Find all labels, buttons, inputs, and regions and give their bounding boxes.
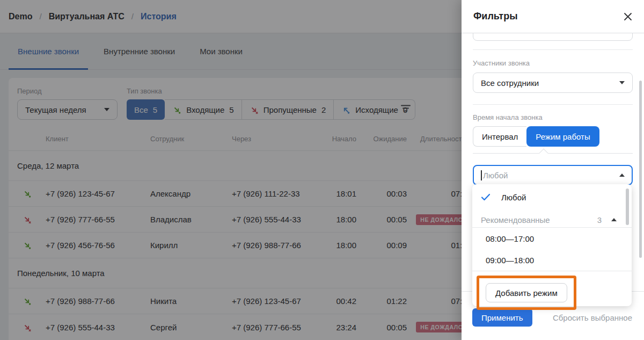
annotation-highlight-box: Добавить режим — [477, 276, 576, 310]
add-mode-button[interactable]: Добавить режим — [486, 283, 567, 302]
option-label: Любой — [501, 193, 526, 202]
work-mode-combobox[interactable]: Любой — [473, 165, 633, 185]
group-count: 3 — [597, 215, 602, 225]
dropdown-option-8-17[interactable]: 08:00—17:00 — [472, 228, 632, 249]
panel-title: Фильтры — [473, 11, 518, 22]
chevron-up-icon — [611, 218, 617, 221]
clipped-input[interactable] — [473, 33, 633, 41]
notch-pointer — [539, 149, 548, 158]
group-label: Рекомендованные — [481, 215, 550, 225]
participants-label: Участники звонка — [473, 59, 633, 67]
dropdown-group-recommended[interactable]: Рекомендованные 3 — [472, 212, 632, 227]
divider — [473, 104, 633, 105]
dropdown-scrollbar-thumb[interactable] — [626, 189, 629, 225]
participants-select[interactable]: Все сотрудники — [473, 73, 633, 93]
combobox-value: Любой — [481, 171, 508, 180]
filters-panel: Фильтры Участники звонка Все сотрудники … — [462, 0, 644, 340]
time-mode-toggle: Интервал Режим работы — [473, 126, 633, 147]
chevron-down-icon — [619, 81, 625, 84]
divider — [473, 49, 633, 50]
toggle-work-mode-button[interactable]: Режим работы — [526, 126, 599, 147]
divider-with-notch — [473, 153, 633, 154]
divider — [472, 271, 632, 271]
toggle-interval-button[interactable]: Интервал — [473, 126, 526, 147]
filters-panel-header: Фильтры — [462, 0, 644, 33]
dropdown-option-any[interactable]: Любой — [472, 187, 632, 207]
work-mode-dropdown: Любой Рекомендованные 3 08:00—17:00 09:0… — [472, 184, 632, 306]
participants-value: Все сотрудники — [481, 78, 539, 88]
close-icon[interactable] — [624, 12, 632, 21]
check-icon — [481, 193, 491, 201]
panel-scrollbar-thumb[interactable] — [639, 81, 642, 258]
apply-button[interactable]: Применить — [472, 308, 532, 327]
text-cursor — [481, 170, 482, 180]
dropdown-option-9-18[interactable]: 09:00—18:00 — [472, 249, 632, 271]
reset-selected-link[interactable]: Сбросить выбранное — [553, 313, 632, 322]
chevron-up-icon — [619, 173, 625, 177]
call-start-time-label: Время начала звонка — [473, 113, 633, 121]
